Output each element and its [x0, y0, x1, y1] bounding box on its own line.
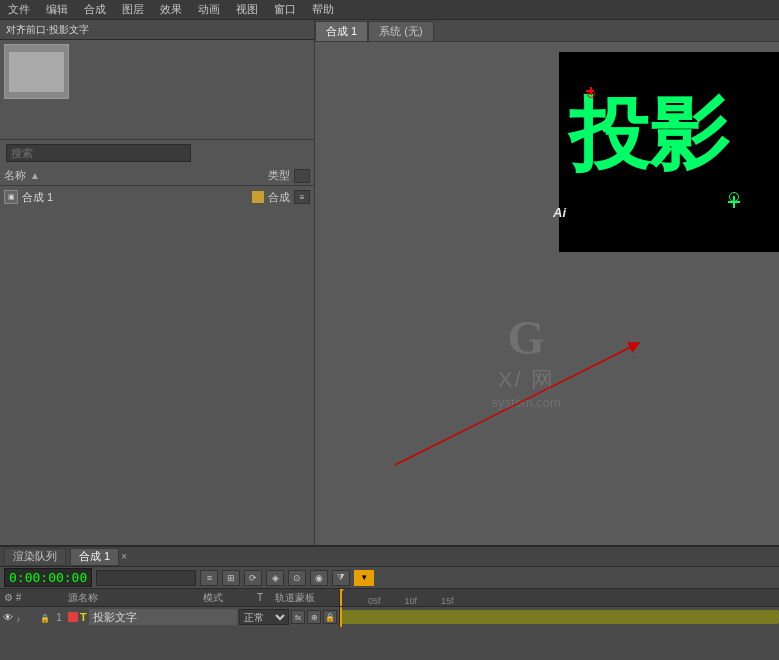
- timeline-ctrl-4[interactable]: ◈: [266, 570, 284, 586]
- layer-audio-icon[interactable]: ♪: [16, 612, 26, 622]
- project-search-input[interactable]: [6, 144, 191, 162]
- timeline-layer-1: 👁 ♪ 🔒 1 T 正常 溶解 变暗: [0, 607, 779, 627]
- sort-arrow-icon: ▲: [30, 170, 40, 181]
- comp-canvas: 投影: [559, 52, 779, 252]
- timeline-current-time[interactable]: 0:00:00:00: [4, 568, 92, 587]
- watermark-x1: X/ 网: [492, 365, 561, 395]
- timeline-ctrl-5[interactable]: ⊙: [288, 570, 306, 586]
- menu-view[interactable]: 视图: [232, 2, 262, 17]
- comp-tab-system[interactable]: 系统 (无): [368, 21, 433, 41]
- layer-blend-btn[interactable]: ⊕: [307, 610, 321, 624]
- layer-name-input[interactable]: [89, 609, 237, 625]
- layer-duration-bar[interactable]: [340, 610, 779, 624]
- project-panel-tab[interactable]: 对齐前口·投影文字: [6, 23, 89, 37]
- col-mode: 模式: [203, 591, 253, 605]
- timeline-tab-bar: 渲染队列 合成 1 ×: [0, 547, 779, 567]
- timeline-panel: 渲染队列 合成 1 × 0:00:00:00 ≡ ⊞ ⟳ ◈ ⊙ ◉ ⧩ ▼ ⚙…: [0, 545, 779, 660]
- timeline-search-input[interactable]: [96, 570, 196, 586]
- timeline-ruler: 05f 10f 15f: [340, 589, 482, 606]
- menu-help[interactable]: 帮助: [308, 2, 338, 17]
- thumbnail-inner: [9, 52, 64, 92]
- layer-visibility-icon[interactable]: 👁: [2, 611, 14, 623]
- timeline-header-right: 05f 10f 15f: [340, 589, 779, 606]
- timeline-ctrl-6[interactable]: ◉: [310, 570, 328, 586]
- comp-icon: ▣: [4, 190, 18, 204]
- watermark-g: G: [492, 310, 561, 365]
- comp-tab-main[interactable]: 合成 1: [315, 21, 368, 41]
- layer-fx-btn[interactable]: fx: [291, 610, 305, 624]
- layer-color-box[interactable]: [68, 612, 78, 622]
- menu-layer[interactable]: 图层: [118, 2, 148, 17]
- layer-type-T: T: [80, 611, 87, 623]
- timeline-header-left: ⚙ # 源名称 模式 T 轨道蒙板: [0, 591, 340, 605]
- ai-badge: Ai: [553, 205, 566, 220]
- timeline-playhead: [340, 589, 342, 606]
- layer-lock-icon[interactable]: 🔒: [40, 611, 50, 623]
- timeline-controls: 0:00:00:00 ≡ ⊞ ⟳ ◈ ⊙ ◉ ⧩ ▼: [0, 567, 779, 589]
- menu-effect[interactable]: 效果: [156, 2, 186, 17]
- ruler-mark-05: 05f: [368, 596, 381, 606]
- item-type-icon: [252, 191, 264, 203]
- layer-number: 1: [52, 612, 66, 623]
- layer-solo-icon[interactable]: [28, 612, 38, 622]
- menu-comp[interactable]: 合成: [80, 2, 110, 17]
- watermark: G X/ 网 system.com: [492, 310, 561, 410]
- thumbnail-box: [4, 44, 69, 99]
- playhead-indicator[interactable]: ▼: [354, 570, 374, 586]
- item-name: 合成 1: [22, 190, 248, 205]
- timeline-ctrl-7[interactable]: ⧩: [332, 570, 350, 586]
- menu-edit[interactable]: 编辑: [42, 2, 72, 17]
- type-col-label: 类型: [268, 168, 290, 183]
- canvas-chinese-text: 投影: [569, 82, 729, 190]
- col-name: 源名称: [68, 591, 199, 605]
- list-item[interactable]: ▣ 合成 1 合成 ≡: [0, 186, 314, 208]
- thumbnail-area: [0, 40, 314, 140]
- menu-file[interactable]: 文件: [4, 2, 34, 17]
- render-queue-tab[interactable]: 渲染队列: [4, 548, 66, 566]
- watermark-url: system.com: [492, 395, 561, 410]
- anchor-cross2-h: [728, 201, 740, 203]
- close-tab-icon[interactable]: ×: [121, 551, 127, 562]
- name-col-label: 名称: [4, 168, 26, 183]
- ruler-mark-10: 10f: [405, 596, 418, 606]
- top-menu-bar: 文件 编辑 合成 图层 效果 动画 视图 窗口 帮助: [0, 0, 779, 20]
- item-action-btn[interactable]: ≡: [294, 190, 310, 204]
- layer-right-timeline: [340, 607, 779, 627]
- col-T: T: [257, 592, 271, 603]
- timeline-ctrl-2[interactable]: ⊞: [222, 570, 240, 586]
- layer-left-controls: 👁 ♪ 🔒 1 T 正常 溶解 变暗: [0, 607, 340, 627]
- layer-lock2-btn[interactable]: 🔒: [323, 610, 337, 624]
- type-sort-btn[interactable]: [294, 169, 310, 183]
- search-bar-area: [0, 140, 314, 166]
- col-switches: ⚙ #: [4, 592, 64, 603]
- project-header: 名称 ▲ 类型: [0, 166, 314, 186]
- item-type-label: 合成: [268, 190, 290, 205]
- svg-line-1: [395, 345, 635, 465]
- timeline-header: ⚙ # 源名称 模式 T 轨道蒙板 05f 10f 15f: [0, 589, 779, 607]
- project-name-col: 名称 ▲: [4, 168, 268, 183]
- col-track-matte: 轨道蒙板: [275, 591, 335, 605]
- timeline-ctrl-3[interactable]: ⟳: [244, 570, 262, 586]
- layer-mode-dropdown[interactable]: 正常 溶解 变暗: [239, 609, 289, 625]
- timeline-ctrl-1[interactable]: ≡: [200, 570, 218, 586]
- layer-playhead: [340, 607, 342, 627]
- comp-timeline-tab[interactable]: 合成 1: [70, 548, 119, 566]
- ruler-mark-15: 15f: [441, 596, 454, 606]
- playhead-triangle: [340, 589, 347, 593]
- anchor-crosshair-h: [586, 90, 594, 92]
- menu-anim[interactable]: 动画: [194, 2, 224, 17]
- menu-window[interactable]: 窗口: [270, 2, 300, 17]
- layer-extra-icons: fx ⊕ 🔒: [291, 610, 337, 624]
- comp-tab-bar: 合成 1 系统 (无): [315, 20, 779, 42]
